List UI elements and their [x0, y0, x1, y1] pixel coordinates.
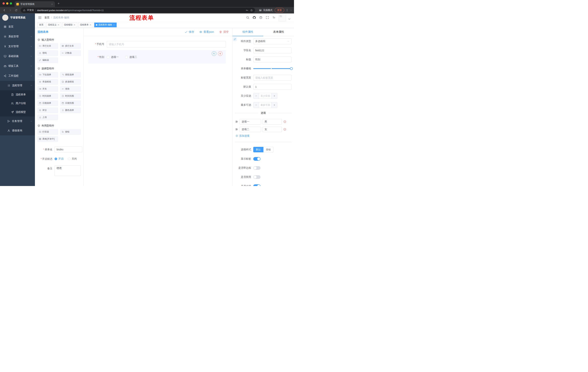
- fullscreen-icon[interactable]: [266, 16, 269, 19]
- palette-item-counter[interactable]: 计数器: [60, 50, 81, 56]
- palette-item-checkbox-group[interactable]: 多选框组: [60, 79, 81, 85]
- avatar-caret-icon[interactable]: [288, 17, 291, 21]
- show-label-toggle[interactable]: [253, 157, 261, 161]
- breadcrumb-home[interactable]: 首页: [44, 16, 50, 19]
- link-handle[interactable]: [233, 37, 237, 41]
- browser-menu-button[interactable]: [285, 9, 289, 12]
- duplicate-field-button[interactable]: [212, 51, 216, 56]
- palette-item-switch[interactable]: 开关: [37, 86, 58, 92]
- option-style-default-button[interactable]: 默认: [253, 147, 263, 152]
- status-radio-closed[interactable]: 关闭: [68, 157, 77, 160]
- phone-input[interactable]: [107, 41, 226, 47]
- palette-item-multi-line-text[interactable]: 多行文本: [60, 43, 81, 49]
- option-value-input[interactable]: [262, 119, 282, 125]
- new-tab-button[interactable]: [56, 1, 61, 6]
- stepper-decrease-button[interactable]: [253, 102, 259, 108]
- remove-option-button[interactable]: [283, 128, 286, 131]
- board-canvas[interactable]: *手机号 *性别 选项一: [84, 36, 232, 186]
- bookmark-star-icon[interactable]: [250, 9, 253, 12]
- canvas-field-gender-selected[interactable]: *性别 选项一 选项二: [88, 50, 226, 64]
- tab-form-properties[interactable]: 表单属性: [263, 28, 294, 36]
- close-icon[interactable]: [74, 24, 75, 26]
- sidebar-collapse-icon[interactable]: [38, 16, 42, 20]
- save-button[interactable]: 保存: [184, 30, 194, 34]
- back-button[interactable]: [2, 8, 7, 13]
- palette-item-radio-group[interactable]: 单选框组: [37, 79, 58, 85]
- browser-tab[interactable]: 芋道管理系统: [15, 1, 55, 7]
- palette-item-date-picker[interactable]: 日期选择: [37, 100, 58, 106]
- add-option-button[interactable]: 添加选项: [235, 134, 292, 138]
- tag-home[interactable]: 首页: [37, 22, 45, 27]
- forward-button[interactable]: [8, 8, 13, 13]
- palette-item-row-container[interactable]: 行容器: [37, 129, 58, 135]
- search-icon[interactable]: [246, 16, 249, 19]
- gender-checkbox-option2[interactable]: 选项二: [125, 55, 137, 59]
- palette-item-password[interactable]: 密码: [37, 50, 58, 56]
- delete-field-button[interactable]: [218, 51, 222, 56]
- option-label-input[interactable]: [240, 119, 261, 125]
- status-radio-open[interactable]: 开启: [55, 157, 63, 160]
- remove-option-button[interactable]: [283, 120, 286, 123]
- close-icon[interactable]: [113, 24, 115, 26]
- option-style-button-button[interactable]: 按钮: [263, 147, 273, 152]
- palette-item-rate[interactable]: 评分: [37, 107, 58, 113]
- max-select-value[interactable]: 最多可选: [259, 102, 272, 108]
- tag-process-form-edit[interactable]: 流程表单-编辑: [94, 22, 117, 27]
- sidebar-item-home[interactable]: 首页: [0, 22, 35, 32]
- sidebar-item-process-model[interactable]: 流程模型: [0, 108, 35, 117]
- close-icon[interactable]: [90, 24, 92, 26]
- tab-component-properties[interactable]: 组件属性: [232, 28, 263, 36]
- palette-item-button[interactable]: 按钮: [60, 129, 81, 135]
- font-size-icon[interactable]: [272, 16, 276, 19]
- drag-handle-icon[interactable]: [235, 128, 238, 131]
- sidebar-item-process-management[interactable]: 流程管理: [0, 81, 35, 90]
- password-key-icon[interactable]: [246, 9, 248, 12]
- with-border-toggle[interactable]: [253, 166, 261, 170]
- palette-item-cascade-select[interactable]: 级联选择: [60, 72, 81, 77]
- stepper-increase-button[interactable]: [272, 102, 277, 108]
- sidebar-item-leave-query[interactable]: 请假查询: [0, 126, 35, 135]
- gender-checkbox-option1[interactable]: 选项一: [107, 55, 119, 59]
- sidebar-item-user-group[interactable]: 用户分组: [0, 99, 35, 108]
- clear-button[interactable]: 清空: [219, 30, 229, 34]
- required-toggle[interactable]: [253, 184, 261, 186]
- option-value-input[interactable]: [262, 127, 282, 132]
- toolbar-caret-icon[interactable]: [290, 9, 292, 11]
- sidebar-item-task-management[interactable]: 任务管理: [0, 117, 35, 126]
- window-controls[interactable]: [0, 2, 15, 5]
- close-icon[interactable]: [57, 24, 60, 26]
- sidebar-item-process-form[interactable]: 流程表单: [0, 90, 35, 99]
- window-zoom-button[interactable]: [10, 2, 12, 5]
- security-label[interactable]: 不安全: [27, 9, 34, 12]
- window-close-button[interactable]: [2, 2, 5, 5]
- reload-button[interactable]: [13, 8, 19, 13]
- default-value-input[interactable]: [253, 84, 292, 90]
- palette-item-slider[interactable]: 滑块: [60, 86, 81, 92]
- label-width-input[interactable]: [253, 75, 292, 81]
- field-name-input[interactable]: [253, 47, 292, 53]
- sidebar-item-workflow[interactable]: 工作流程: [0, 71, 35, 81]
- tag-process-model[interactable]: 流程模型: [62, 22, 77, 27]
- avatar[interactable]: [279, 14, 286, 21]
- min-select-value[interactable]: 至少应选: [259, 93, 272, 99]
- form-remark-textarea[interactable]: 嘿嘿: [55, 165, 81, 176]
- component-type-select[interactable]: 多选框组: [253, 38, 292, 44]
- tag-process-form[interactable]: 流程表单: [78, 22, 93, 27]
- disabled-toggle[interactable]: [253, 175, 261, 179]
- form-grid-slider[interactable]: [253, 68, 292, 69]
- stepper-increase-button[interactable]: [272, 93, 277, 99]
- address-bar[interactable]: 不安全 dashboard.yudao.iocoder.cn/bpm/manag…: [21, 8, 255, 13]
- palette-item-time-range[interactable]: 时间范围: [60, 93, 81, 99]
- help-icon[interactable]: [259, 16, 262, 19]
- canvas-field-phone[interactable]: *手机号: [88, 41, 226, 47]
- palette-item-upload[interactable]: 上传: [37, 115, 58, 120]
- palette-item-single-line-text[interactable]: 单行文本: [37, 43, 58, 49]
- sidebar-item-system[interactable]: 系统管理: [0, 32, 35, 42]
- view-json-button[interactable]: 查看json: [199, 30, 214, 34]
- stepper-decrease-button[interactable]: [253, 93, 259, 99]
- sidebar-item-infrastructure[interactable]: 基础设施: [0, 51, 35, 61]
- palette-item-date-range[interactable]: 日期范围: [60, 100, 81, 106]
- tag-process-definition[interactable]: 流程定义: [46, 22, 61, 27]
- option-label-input[interactable]: [240, 127, 261, 132]
- drag-handle-icon[interactable]: [235, 120, 238, 123]
